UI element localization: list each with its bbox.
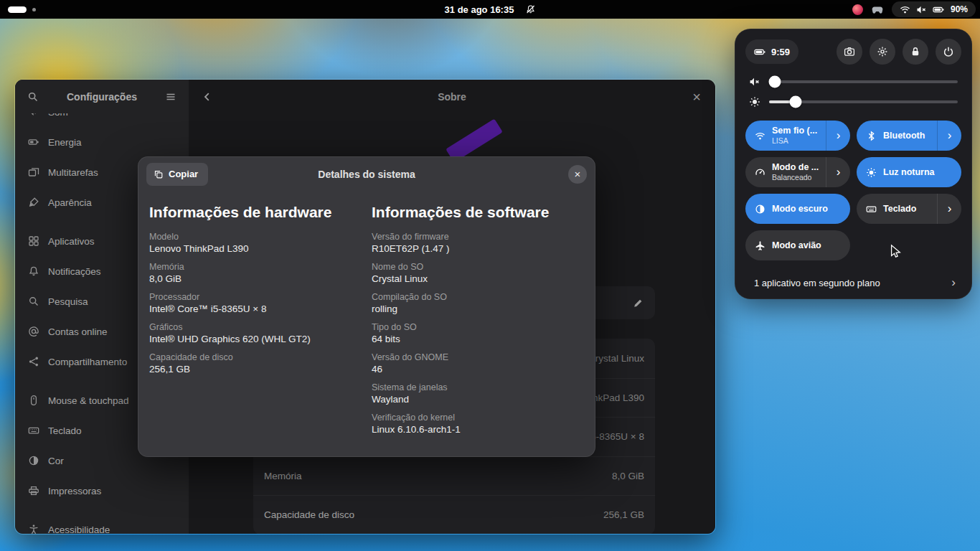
toggle-label: Bluetooth	[883, 131, 925, 141]
at-icon	[28, 326, 39, 337]
apps-grid-icon	[28, 235, 39, 247]
toggle-night-light[interactable]: Luz noturna	[857, 157, 961, 187]
appearance-icon	[28, 197, 39, 208]
about-label: Capacidade de disco	[264, 509, 354, 520]
info-item: Versão do firmware R10ET62P (1.47 )	[372, 232, 584, 254]
quick-toggles-grid: Sem fio (... LISA › Bluetooth ›	[745, 121, 961, 260]
search-icon	[27, 91, 39, 103]
wifi-expand-arrow[interactable]: ›	[826, 121, 850, 151]
color-icon	[28, 455, 39, 466]
status-tray: 90%	[852, 0, 976, 19]
info-item: Memória 8,0 GiB	[149, 262, 362, 284]
sidebar-item-acessibilidade[interactable]: Acessibilidade	[21, 517, 183, 534]
battery-percent-label: 90%	[951, 4, 968, 14]
screen-recorder-tray-icon[interactable]	[852, 4, 863, 15]
power-battery-icon	[28, 136, 39, 148]
settings-button[interactable]	[870, 39, 895, 65]
wifi-icon	[900, 4, 910, 15]
lock-screen-button[interactable]	[903, 39, 928, 65]
info-item: Tipo do SO 64 bits	[372, 322, 584, 344]
toggle-keyboard[interactable]: Teclado ›	[857, 194, 961, 224]
toggle-bluetooth[interactable]: Bluetooth ›	[857, 121, 961, 151]
brightness-slider[interactable]	[769, 100, 958, 103]
edit-device-name-button[interactable]	[626, 291, 649, 314]
quick-settings-panel: 9:59	[735, 29, 972, 299]
brightness-icon	[749, 96, 760, 108]
toggle-airplane-mode[interactable]: Modo avião	[745, 230, 850, 260]
chevron-right-icon: ›	[837, 165, 841, 179]
hardware-info-section: Informações de hardware Modelo Lenovo Th…	[149, 198, 362, 443]
share-icon	[28, 356, 39, 367]
airplane-icon	[755, 240, 765, 251]
toggle-label: Modo de ...	[772, 162, 819, 173]
window-close-button[interactable]: ×	[684, 85, 709, 109]
battery-status-button[interactable]: 9:59	[745, 39, 798, 64]
sidebar-item-label: Contas online	[48, 326, 108, 337]
printer-icon	[28, 485, 39, 496]
search-icon	[28, 296, 39, 307]
content-header: Sobre ×	[189, 80, 715, 113]
background-apps-row[interactable]: 1 aplicativo em segundo plano ›	[745, 272, 961, 293]
mouse-icon	[28, 395, 39, 406]
power-profile-expand-arrow[interactable]: ›	[826, 157, 850, 187]
brightness-slider-knob[interactable]	[789, 96, 801, 108]
about-label: Memória	[264, 471, 302, 481]
clock-menu[interactable]: 31 de ago 16:35	[445, 0, 536, 19]
hamburger-menu-icon	[165, 91, 176, 103]
copy-icon	[154, 169, 164, 179]
chevron-right-icon: ›	[837, 128, 841, 143]
do-not-disturb-icon	[525, 4, 535, 14]
toggle-label: Modo escuro	[772, 204, 828, 215]
accessibility-icon	[28, 524, 39, 534]
edit-pencil-icon	[633, 298, 644, 309]
volume-slider[interactable]	[769, 80, 958, 83]
toggle-label: Sem fio (...	[772, 126, 817, 136]
toggle-wifi[interactable]: Sem fio (... LISA ›	[745, 121, 850, 151]
screenshot-button[interactable]	[837, 39, 862, 65]
about-value: 8,0 GiB	[612, 471, 644, 481]
power-button[interactable]	[936, 39, 961, 65]
bell-icon	[28, 265, 39, 277]
sidebar-item-label: Aplicativos	[48, 236, 95, 247]
activities-workspace-indicator[interactable]	[8, 0, 36, 19]
sidebar-item-label: Energia	[48, 137, 82, 148]
keyboard-brightness-icon	[866, 204, 877, 215]
multitask-icon	[28, 166, 39, 178]
copy-button[interactable]: Copiar	[146, 163, 208, 186]
back-icon	[202, 91, 213, 103]
info-item: Sistema de janelas Wayland	[372, 382, 584, 405]
about-value: Crystal Linux	[588, 353, 644, 364]
chevron-right-icon: ›	[948, 202, 952, 216]
desktop: 31 de ago 16:35	[0, 0, 980, 551]
sidebar-item-label: Notificações	[48, 266, 101, 277]
volume-muted-icon	[749, 76, 760, 88]
battery-icon	[754, 47, 766, 57]
volume-slider-knob[interactable]	[768, 76, 781, 88]
sidebar-item-label: Pesquisa	[48, 296, 88, 307]
search-button[interactable]	[21, 85, 45, 109]
info-item: Gráficos Intel® UHD Graphics 620 (WHL GT…	[149, 322, 362, 344]
close-icon: ×	[692, 90, 701, 104]
info-item: Nome do SO Crystal Linux	[372, 262, 584, 284]
software-info-section: Informações de software Versão do firmwa…	[372, 198, 584, 443]
main-menu-button[interactable]	[159, 85, 183, 109]
background-apps-label: 1 aplicativo em segundo plano	[754, 278, 880, 288]
active-workspace-pill	[8, 6, 27, 13]
controller-tray-icon[interactable]	[871, 4, 884, 15]
keyboard-expand-arrow[interactable]: ›	[937, 194, 961, 224]
gear-icon	[877, 46, 888, 57]
toggle-dark-mode[interactable]: Modo escuro	[745, 194, 850, 224]
system-status-menu[interactable]: 90%	[892, 1, 976, 17]
toggle-power-profile[interactable]: Modo de ... Balanceado ›	[745, 157, 850, 187]
sidebar-separator	[21, 508, 183, 517]
dialog-close-button[interactable]: ×	[568, 165, 587, 184]
back-button[interactable]	[195, 85, 220, 109]
sidebar-item-impressoras[interactable]: Impressoras	[21, 478, 183, 504]
dark-mode-icon	[755, 204, 765, 215]
toggle-sublabel: Balanceado	[772, 173, 819, 182]
page-title: Sobre	[438, 91, 466, 103]
sidebar-item-energia[interactable]: Energia	[21, 129, 183, 155]
bluetooth-expand-arrow[interactable]: ›	[937, 121, 961, 151]
info-item: Verificação do kernel Linux 6.10.6-arch1…	[372, 413, 584, 435]
sidebar-item-label: Teclado	[48, 425, 82, 436]
